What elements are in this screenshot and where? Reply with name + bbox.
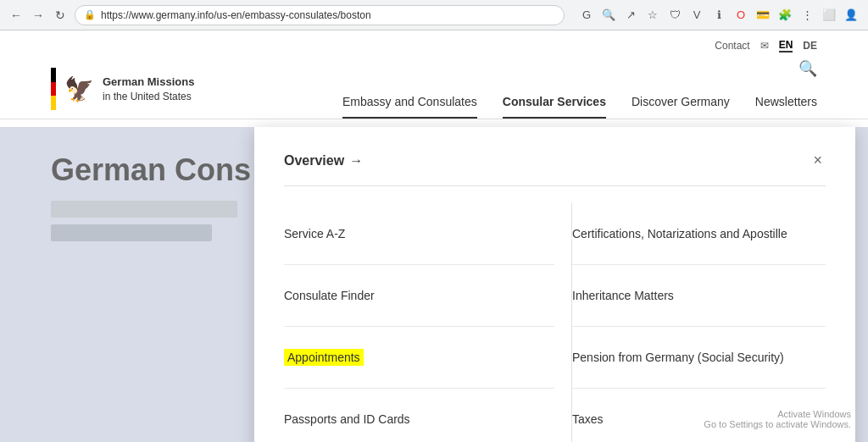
alert-bar-2 [51,224,212,241]
link-appointments[interactable]: Appointments [284,339,554,376]
logo-area[interactable]: 🦅 German Missions in the United States [51,68,194,110]
url-text: https://www.germany.info/us-en/embassy-c… [101,9,371,21]
menu-icon[interactable]: ⋮ [798,7,815,24]
nav-consular[interactable]: Consular Services [503,95,606,119]
nav-embassy[interactable]: Embassy and Consulates [342,95,477,119]
lang-de[interactable]: DE [803,40,817,52]
item-consulate-finder: Consulate Finder [284,265,554,327]
link-pension[interactable]: Pension from Germany (Social Security) [572,339,826,376]
site-nav: Embassy and Consulates Consular Services… [342,95,817,119]
link-consulate-finder[interactable]: Consulate Finder [284,277,554,314]
nav-discover[interactable]: Discover Germany [632,95,730,119]
dropdown-left-col: Service A-Z Consulate Finder Appointment… [284,203,554,442]
opera-icon[interactable]: O [732,7,749,24]
profile-icon[interactable]: 👤 [843,7,860,24]
address-bar[interactable]: 🔒 https://www.germany.info/us-en/embassy… [75,5,565,25]
nav-newsletters[interactable]: Newsletters [755,95,817,119]
logo-text: German Missions in the United States [103,75,194,104]
link-certifications[interactable]: Certifications, Notarizations and Aposti… [572,215,826,252]
item-service-az: Service A-Z [284,203,554,265]
header-top: Contact ✉ EN DE [51,39,817,52]
item-passports: Passports and ID Cards [284,389,554,442]
shield-icon[interactable]: 🛡 [666,7,683,24]
link-inheritance[interactable]: Inheritance Matters [572,277,826,314]
item-pension: Pension from Germany (Social Security) [572,327,826,389]
eagle-icon: 🦅 [64,75,94,103]
flag-gold [51,96,56,110]
activate-line2: Go to Settings to activate Windows. [704,419,851,429]
dropdown-header: Overview → × [284,148,826,186]
vpn-icon[interactable]: V [688,7,705,24]
item-appointments: Appointments [284,327,554,389]
appointments-highlighted: Appointments [284,349,364,366]
extension-icon[interactable]: 🧩 [776,7,793,24]
overview-link[interactable]: Overview → [284,153,363,169]
lang-en[interactable]: EN [779,39,793,52]
logo-line1: German Missions [103,75,194,88]
dropdown-grid: Service A-Z Consulate Finder Appointment… [284,203,826,442]
site-header: Contact ✉ EN DE 🦅 German Missions in the… [0,30,868,119]
window-icon[interactable]: ⬜ [821,7,837,24]
bookmark-icon[interactable]: ☆ [644,7,661,24]
contact-link[interactable]: Contact [715,40,749,52]
back-button[interactable]: ← [8,8,24,23]
share-icon[interactable]: ↗ [622,7,639,24]
activate-windows-watermark: Activate Windows Go to Settings to activ… [704,409,851,429]
browser-chrome: ← → ↻ 🔒 https://www.germany.info/us-en/e… [0,0,868,30]
wallet-icon[interactable]: 💳 [754,7,771,24]
overview-arrow: → [349,153,363,169]
item-inheritance: Inheritance Matters [572,265,826,327]
browser-actions: G 🔍 ↗ ☆ 🛡 V ℹ O 💳 🧩 ⋮ ⬜ 👤 [578,7,860,24]
lock-icon: 🔒 [84,9,96,20]
reload-button[interactable]: ↻ [53,8,68,23]
link-passports[interactable]: Passports and ID Cards [284,401,554,438]
link-service-az[interactable]: Service A-Z [284,215,554,252]
activate-line1: Activate Windows [704,409,851,419]
search-icon[interactable]: 🔍 [600,7,617,24]
overview-label: Overview [284,153,344,169]
info-icon[interactable]: ℹ [710,7,727,24]
search-icon[interactable]: 🔍 [798,59,817,78]
header-main: 🦅 German Missions in the United States 🔍… [51,59,817,119]
flag-bar [51,68,56,110]
dropdown-menu: Overview → × Service A-Z Consulate Finde… [254,127,855,442]
flag-black [51,68,56,82]
dropdown-right-col: Certifications, Notarizations and Aposti… [555,203,826,442]
mail-icon: ✉ [760,40,769,52]
logo-line2: in the United States [103,91,192,102]
forward-button[interactable]: → [31,8,46,23]
google-icon[interactable]: G [578,7,595,24]
flag-red [51,82,56,97]
close-button[interactable]: × [810,148,826,173]
item-certifications: Certifications, Notarizations and Aposti… [572,203,826,265]
alert-bar-1 [51,201,237,218]
